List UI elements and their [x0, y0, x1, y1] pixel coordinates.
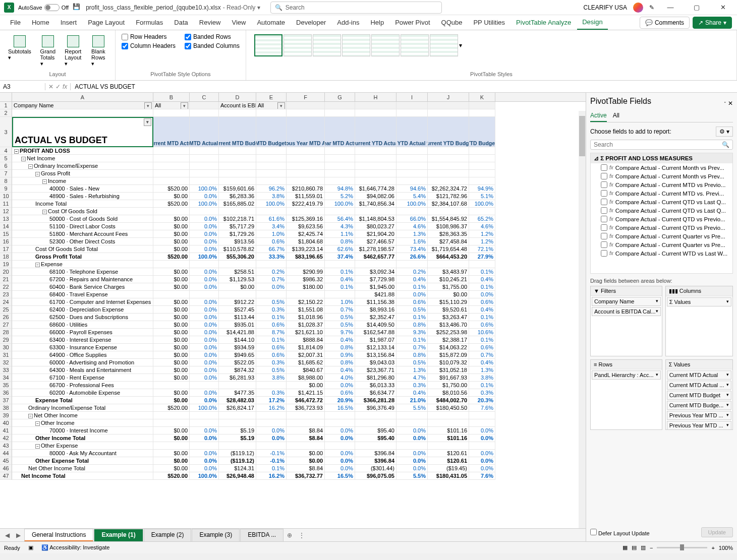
cell[interactable] — [256, 170, 287, 177]
row-label[interactable]: −Other Income — [12, 419, 153, 427]
cell[interactable]: $522.05 — [219, 359, 256, 366]
ribbon-tab-insert[interactable]: Insert — [55, 16, 82, 29]
readonly-label[interactable]: - Read-Only ▾ — [223, 4, 260, 11]
minimize-button[interactable]: — — [660, 1, 681, 15]
cell[interactable]: 0.0% — [190, 306, 219, 314]
cell[interactable]: $520.00 — [153, 200, 190, 208]
row-label[interactable]: 63300 · Insurance Expense — [12, 344, 153, 351]
row-header[interactable]: 42 — [0, 434, 12, 442]
tab-nav-prev-icon[interactable]: ◀ — [2, 532, 13, 539]
ribbon-tab-page-layout[interactable]: Page Layout — [83, 16, 130, 29]
row-label[interactable]: −Expense — [12, 261, 153, 268]
cell[interactable]: $121,782.96 — [428, 193, 469, 200]
cell[interactable]: $8,988.00 — [287, 374, 325, 382]
cell[interactable]: $8,010.56 — [428, 389, 469, 397]
banded-rows-checkbox[interactable]: Banded Rows — [185, 32, 240, 41]
field-item[interactable]: fx Compare Actual - Current MTD vs. Prev… — [591, 189, 732, 198]
cell[interactable]: 4.6% — [396, 223, 428, 230]
cell[interactable] — [325, 162, 355, 170]
cell[interactable]: 100.0% — [396, 200, 428, 208]
cell[interactable]: 0.0% — [396, 434, 428, 442]
cell[interactable]: 10.6% — [469, 329, 495, 336]
macro-icon[interactable]: ▣ — [28, 544, 33, 551]
cell[interactable]: $912.22 — [219, 298, 256, 306]
cell[interactable]: $0.00 — [153, 276, 190, 283]
cell[interactable] — [469, 170, 495, 177]
zoom-slider[interactable] — [657, 547, 707, 548]
cell[interactable]: 66.0% — [396, 215, 428, 223]
col-header[interactable]: G — [325, 93, 355, 101]
cell[interactable]: $0.00 — [153, 223, 190, 230]
cell[interactable] — [469, 208, 495, 215]
cell[interactable]: 7.6% — [469, 404, 495, 412]
row-header[interactable]: 12 — [0, 208, 12, 215]
cell[interactable]: $0.00 — [153, 238, 190, 245]
cell[interactable]: $23,367.71 — [355, 366, 396, 374]
row-header[interactable]: 20 — [0, 268, 12, 276]
cell[interactable]: 7.6% — [469, 472, 495, 480]
cell[interactable]: 0.5% — [325, 321, 355, 329]
cell[interactable]: $36,723.93 — [287, 404, 325, 412]
cell[interactable]: $102,218.71 — [219, 215, 256, 223]
cell[interactable] — [428, 412, 469, 419]
cell[interactable]: 1.0% — [256, 230, 287, 238]
cell[interactable]: 0.2% — [256, 268, 287, 276]
cell[interactable]: 0.0% — [190, 223, 219, 230]
cell[interactable]: 0.1% — [256, 314, 287, 321]
style-thumb[interactable] — [371, 34, 400, 56]
cell[interactable] — [219, 208, 256, 215]
cell[interactable] — [153, 261, 190, 268]
style-thumb[interactable] — [342, 34, 370, 56]
row-label[interactable]: 48900 · Sales - Refurbishing — [12, 193, 153, 200]
cell[interactable]: $0.00 — [153, 457, 190, 465]
cell[interactable]: $27,466.57 — [355, 238, 396, 245]
cell[interactable]: 100.0% — [190, 253, 219, 261]
cell[interactable] — [396, 155, 428, 162]
cell[interactable]: $0.00 — [153, 245, 190, 253]
cell[interactable] — [256, 291, 287, 298]
cell[interactable]: $0.00 — [153, 306, 190, 314]
cell[interactable] — [256, 162, 287, 170]
cell[interactable] — [355, 177, 396, 185]
cell[interactable]: 0.1% — [256, 336, 287, 344]
row-label[interactable]: Gross Profit Total — [12, 253, 153, 261]
cell[interactable]: 0.3% — [256, 389, 287, 397]
cell[interactable] — [256, 261, 287, 268]
row-label[interactable]: 67200 · Repairs and Maintenance — [12, 276, 153, 283]
cell[interactable]: 0.7% — [256, 276, 287, 283]
cell[interactable]: $222,419.79 — [287, 200, 325, 208]
row-header[interactable]: 44 — [0, 450, 12, 457]
ribbon-tab-formulas[interactable]: Formulas — [131, 16, 168, 29]
tab-nav-next-icon[interactable]: ▶ — [13, 532, 24, 539]
cell[interactable]: $1,804.68 — [287, 238, 325, 245]
styles-gallery[interactable]: ▾ — [252, 32, 730, 58]
row-label[interactable]: −Net Other Income — [12, 412, 153, 419]
cell[interactable]: 4.6% — [469, 223, 495, 230]
cancel-icon[interactable]: ✕ — [48, 83, 53, 90]
cell[interactable]: $0.00 — [428, 291, 469, 298]
select-all-cell[interactable] — [0, 93, 12, 101]
cell[interactable]: 0.0% — [469, 291, 495, 298]
cell[interactable]: $6,634.77 — [355, 389, 396, 397]
cell[interactable]: 5.4% — [396, 193, 428, 200]
cell[interactable] — [325, 419, 355, 427]
cell[interactable] — [396, 208, 428, 215]
cell[interactable]: 0.0% — [190, 450, 219, 457]
cell[interactable]: $26,824.17 — [219, 404, 256, 412]
cell[interactable]: 0.6% — [469, 298, 495, 306]
cell[interactable]: $8.84 — [287, 434, 325, 442]
cell[interactable]: 0.8% — [325, 238, 355, 245]
cell[interactable]: $101.16 — [428, 434, 469, 442]
cell[interactable]: $1,755.00 — [428, 283, 469, 291]
cell[interactable]: 0.0% — [190, 193, 219, 200]
cell[interactable]: $94,082.06 — [355, 193, 396, 200]
fields-search-input[interactable] — [594, 141, 722, 148]
cell[interactable]: 0.0% — [190, 374, 219, 382]
field-item[interactable]: fx Compare Actual - Current QTD vs Last … — [591, 206, 732, 215]
row-label[interactable]: 66700 · Professional Fees — [12, 382, 153, 389]
cell[interactable]: $986.32 — [287, 276, 325, 283]
ribbon-button[interactable]: ReportLayout▾ — [63, 34, 84, 68]
cell[interactable] — [355, 261, 396, 268]
cell[interactable] — [219, 291, 256, 298]
cell[interactable] — [153, 155, 190, 162]
